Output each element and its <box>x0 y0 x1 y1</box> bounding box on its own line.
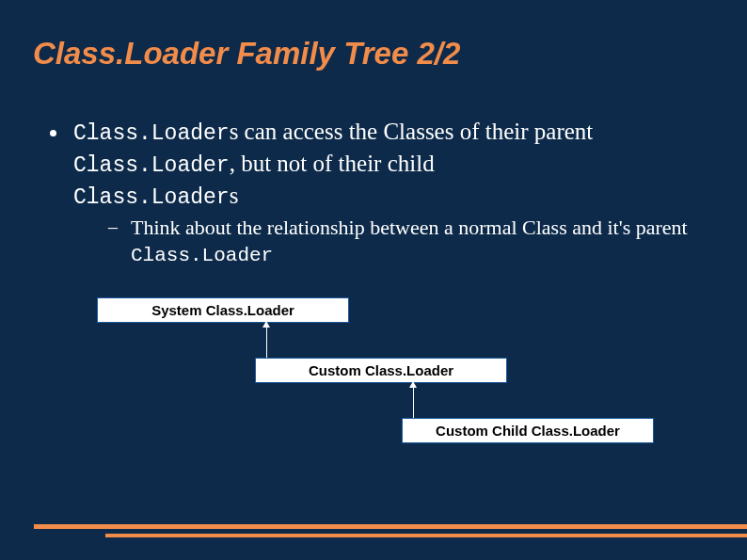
arrowhead-icon <box>409 381 417 388</box>
main-bullet: Class.Loaders can access the Classes of … <box>50 117 714 213</box>
code-classloader: Class.Loader <box>73 121 230 146</box>
divider-line <box>34 524 747 529</box>
text-segment: s can access the Classes of their parent <box>230 119 594 144</box>
sub-bullet: – Think about the relationship between a… <box>108 215 714 269</box>
main-bullet-text: Class.Loaders can access the Classes of … <box>73 117 714 213</box>
bullet-dot-icon <box>50 130 56 136</box>
sub-bullet-text: Think about the relationship between a n… <box>131 215 714 269</box>
code-classloader: Class.Loader <box>73 185 230 210</box>
diagram-box-system: System Class.Loader <box>97 297 349 323</box>
divider-line <box>105 534 747 537</box>
arrowhead-icon <box>262 321 270 328</box>
classloader-diagram: System Class.Loader Custom Class.Loader … <box>33 297 714 462</box>
diagram-box-custom: Custom Class.Loader <box>255 358 507 383</box>
text-segment: Think about the relationship between a n… <box>131 216 688 239</box>
footer-decoration <box>0 524 747 537</box>
diagram-box-custom-child: Custom Child Class.Loader <box>402 418 654 443</box>
dash-icon: – <box>108 216 118 238</box>
slide-title: Class.Loader Family Tree 2/2 <box>33 36 714 72</box>
code-classloader: Class.Loader <box>73 153 230 178</box>
text-segment: , but not of their child <box>230 151 435 176</box>
text-segment: s <box>230 183 239 208</box>
code-classloader: Class.Loader <box>131 245 273 266</box>
